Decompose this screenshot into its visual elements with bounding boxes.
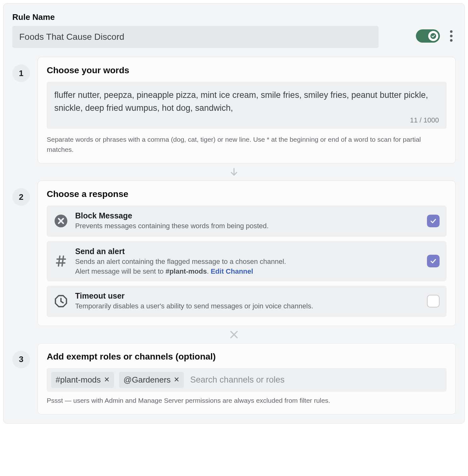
words-counter: 11 / 1000 [54, 116, 439, 124]
rule-name-label: Rule Name [12, 12, 379, 22]
step-number-1: 1 [12, 64, 30, 82]
step-1: 1 Choose your words fluffer nutter, peep… [12, 57, 456, 164]
connector-arrow [12, 164, 456, 181]
rule-enabled-toggle[interactable] [416, 29, 440, 43]
response-alert-checkbox[interactable] [427, 255, 440, 267]
header-row: Rule Name [12, 12, 456, 48]
edit-channel-link[interactable]: Edit Channel [211, 267, 253, 275]
exempt-title: Add exempt roles or channels (optional) [47, 352, 447, 362]
toggle-knob [428, 31, 438, 41]
svg-point-0 [430, 33, 436, 39]
check-icon [429, 217, 437, 225]
response-timeout-user[interactable]: Timeout user Temporarily disables a user… [47, 286, 447, 317]
rule-name-input[interactable] [12, 26, 379, 48]
response-block-checkbox[interactable] [427, 215, 440, 227]
automod-rule-panel: Rule Name 1 Choose your words fluff [3, 3, 465, 424]
response-alert-desc: Sends an alert containing the flagged me… [75, 257, 420, 267]
step-2: 2 Choose a response Block Message Preven… [12, 181, 456, 326]
exempt-card: Add exempt roles or channels (optional) … [38, 343, 456, 415]
response-block-message[interactable]: Block Message Prevents messages containi… [47, 205, 447, 237]
rule-name-block: Rule Name [12, 12, 379, 48]
alert-icon [54, 254, 68, 268]
alert-channel-ref: #plant-mods [165, 267, 207, 275]
step-number-2: 2 [12, 188, 30, 206]
exempt-search-input[interactable] [189, 372, 442, 387]
words-helper-text: Separate words or phrases with a comma (… [47, 134, 447, 154]
exempt-helper-text: Pssst — users with Admin and Manage Serv… [47, 396, 447, 406]
choose-words-title: Choose your words [47, 65, 447, 75]
exempt-chip[interactable]: #plant-mods ✕ [51, 372, 114, 388]
chip-label: #plant-mods [56, 375, 101, 385]
connector-x [12, 326, 456, 343]
chip-label: @Gardeners [123, 375, 171, 385]
response-block-title: Block Message [75, 211, 420, 220]
choose-response-card: Choose a response Block Message Prevents… [38, 181, 456, 326]
response-block-body: Block Message Prevents messages containi… [75, 211, 420, 231]
block-icon [54, 214, 68, 228]
timeout-icon [54, 294, 68, 308]
chip-remove-icon[interactable]: ✕ [104, 376, 110, 384]
response-alert-title: Send an alert [75, 247, 420, 256]
response-timeout-checkbox[interactable] [427, 295, 440, 307]
step-number-3: 3 [12, 351, 30, 368]
response-timeout-title: Timeout user [75, 291, 420, 300]
alert-extra-suffix: . [207, 267, 211, 275]
choose-response-title: Choose a response [47, 189, 447, 199]
words-input-container[interactable]: fluffer nutter, peepza, pineapple pizza,… [47, 82, 447, 129]
choose-words-card: Choose your words fluffer nutter, peepza… [38, 57, 456, 164]
response-block-desc: Prevents messages containing these words… [75, 221, 420, 231]
x-circle-icon [54, 214, 68, 228]
more-options-button[interactable] [447, 30, 456, 42]
header-controls [416, 29, 456, 43]
response-alert-extra: Alert message will be sent to #plant-mod… [75, 267, 420, 276]
chip-remove-icon[interactable]: ✕ [174, 376, 179, 384]
alert-extra-prefix: Alert message will be sent to [75, 267, 165, 275]
response-alert-body: Send an alert Sends an alert containing … [75, 247, 420, 276]
arrow-down-icon [229, 167, 239, 177]
response-timeout-body: Timeout user Temporarily disables a user… [75, 291, 420, 311]
clock-octagon-icon [54, 295, 68, 308]
check-icon [430, 33, 436, 39]
step-3: 3 Add exempt roles or channels (optional… [12, 343, 456, 415]
check-icon [429, 257, 437, 265]
exempt-chips-row[interactable]: #plant-mods ✕ @Gardeners ✕ [47, 368, 447, 392]
exempt-chip[interactable]: @Gardeners ✕ [119, 372, 184, 388]
x-icon [229, 329, 239, 340]
words-textarea[interactable]: fluffer nutter, peepza, pineapple pizza,… [54, 89, 439, 114]
response-send-alert[interactable]: Send an alert Sends an alert containing … [47, 241, 447, 281]
hash-icon [54, 254, 68, 268]
response-timeout-desc: Temporarily disables a user's ability to… [75, 301, 420, 311]
